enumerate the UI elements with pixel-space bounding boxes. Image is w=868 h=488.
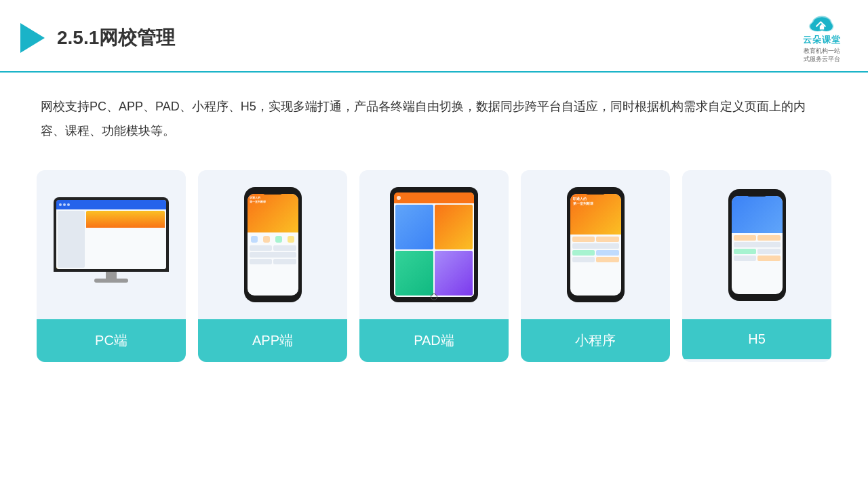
card-pad-label: PAD端 [359,319,509,362]
tablet-icon [390,187,478,302]
card-pad-image [359,170,509,319]
card-pc-label: PC端 [37,319,186,362]
card-app-image: 职通人的第一堂判断课 [198,170,347,319]
card-app-label: APP端 [198,319,347,362]
brand-logo: 云朵课堂 教育机构一站 式服务云平台 [803,12,841,63]
miniprogram-phone-icon: 职通人的第一堂判断课 [567,187,625,302]
page-title: 2.5.1网校管理 [57,25,175,51]
card-pc: PC端 [37,170,186,362]
brand-tagline: 教育机构一站 式服务云平台 [804,47,840,63]
card-app: 职通人的第一堂判断课 [198,170,347,362]
header-left: 2.5.1网校管理 [20,23,175,53]
logo-triangle-icon [20,23,45,53]
card-miniprogram: 职通人的第一堂判断课 [521,170,670,362]
card-h5: H5 [682,170,831,362]
brand-icon [806,12,838,34]
brand-name: 云朵课堂 [803,34,841,46]
platform-cards: PC端 职通人的第一堂判断课 [0,157,868,382]
card-h5-image [682,170,831,319]
card-pad: PAD端 [359,170,509,362]
card-pc-image [37,170,186,319]
card-miniprogram-label: 小程序 [521,319,670,362]
header: 2.5.1网校管理 云朵课堂 教育机构一站 式服务云平台 [0,0,868,73]
app-phone-icon: 职通人的第一堂判断课 [244,187,302,302]
card-miniprogram-image: 职通人的第一堂判断课 [521,170,670,319]
pc-monitor-icon [54,197,169,292]
description-text: 网校支持PC、APP、PAD、小程序、H5，实现多端打通，产品各终端自由切换，数… [0,73,868,157]
h5-phone-icon [728,189,786,301]
description-paragraph: 网校支持PC、APP、PAD、小程序、H5，实现多端打通，产品各终端自由切换，数… [41,94,827,143]
header-right: 云朵课堂 教育机构一站 式服务云平台 [803,12,841,63]
card-h5-label: H5 [682,319,831,359]
